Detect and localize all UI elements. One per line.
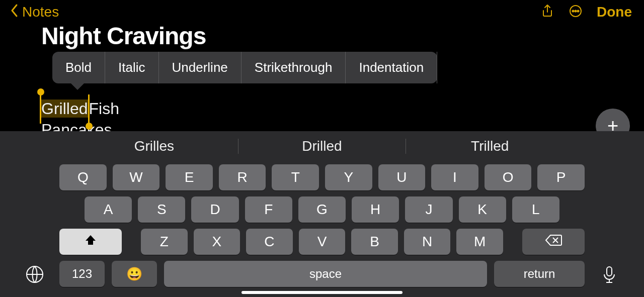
- text-selection[interactable]: Grilled: [41, 98, 89, 120]
- format-bold[interactable]: Bold: [52, 52, 105, 83]
- key-return[interactable]: return: [494, 261, 585, 287]
- key-d[interactable]: D: [191, 196, 238, 223]
- note-line[interactable]: Grilled Fish: [41, 98, 604, 120]
- key-h[interactable]: H: [352, 196, 399, 223]
- key-row: Z X C V B N M: [59, 229, 585, 255]
- key-m[interactable]: M: [456, 229, 503, 255]
- navbar: Notes Done: [0, 0, 644, 24]
- key-w[interactable]: W: [113, 164, 160, 190]
- chevron-left-icon: [10, 4, 19, 21]
- suggestion[interactable]: Grilles: [70, 138, 238, 154]
- backspace-icon: [545, 234, 562, 250]
- format-popover: Bold Italic Underline Strikethrough Inde…: [52, 52, 437, 83]
- back-label: Notes: [22, 4, 59, 20]
- selection-handle-left[interactable]: [40, 94, 41, 124]
- globe-button[interactable]: [22, 263, 47, 288]
- format-strikethrough[interactable]: Strikethrough: [242, 52, 346, 83]
- format-italic[interactable]: Italic: [105, 52, 158, 83]
- shift-icon: [84, 234, 97, 250]
- format-indentation[interactable]: Indentation: [346, 52, 437, 83]
- keyboard: Grilles Drilled Trilled Q W E R T Y U I …: [0, 131, 644, 297]
- key-k[interactable]: K: [459, 196, 506, 223]
- done-button[interactable]: Done: [597, 4, 632, 20]
- note-title[interactable]: Night Cravings: [41, 24, 604, 48]
- selection-handle-right[interactable]: [88, 94, 90, 124]
- key-g[interactable]: G: [298, 196, 346, 223]
- key-f[interactable]: F: [245, 196, 292, 223]
- key-n[interactable]: N: [404, 229, 451, 255]
- suggestion[interactable]: Trilled: [406, 138, 574, 154]
- key-a[interactable]: A: [85, 196, 132, 223]
- key-j[interactable]: J: [405, 196, 452, 223]
- mic-icon: [599, 264, 619, 286]
- key-u[interactable]: U: [378, 164, 426, 190]
- svg-rect-5: [607, 267, 612, 276]
- key-r[interactable]: R: [219, 164, 266, 190]
- key-b[interactable]: B: [351, 229, 398, 255]
- key-z[interactable]: Z: [141, 229, 188, 255]
- suggestion-bar: Grilles Drilled Trilled: [0, 131, 644, 161]
- key-c[interactable]: C: [246, 229, 293, 255]
- key-numbers[interactable]: 123: [59, 261, 105, 287]
- key-shift[interactable]: [59, 229, 122, 255]
- share-icon[interactable]: [540, 4, 554, 20]
- key-row: 123 😀 space return: [59, 261, 585, 287]
- home-indicator[interactable]: [242, 291, 403, 294]
- note-text: Fish: [89, 98, 119, 120]
- svg-point-1: [572, 10, 574, 12]
- key-t[interactable]: T: [272, 164, 319, 190]
- emoji-icon: 😀: [126, 266, 142, 282]
- selected-text: Grilled: [41, 100, 89, 118]
- globe-icon: [25, 264, 45, 286]
- back-button[interactable]: Notes: [10, 4, 59, 21]
- key-y[interactable]: Y: [325, 164, 372, 190]
- format-underline[interactable]: Underline: [159, 52, 242, 83]
- key-v[interactable]: V: [299, 229, 346, 255]
- key-o[interactable]: O: [485, 164, 532, 190]
- more-icon[interactable]: [569, 4, 583, 20]
- key-backspace[interactable]: [522, 229, 585, 255]
- key-space[interactable]: space: [164, 261, 487, 287]
- key-emoji[interactable]: 😀: [112, 261, 157, 287]
- key-i[interactable]: I: [431, 164, 478, 190]
- suggestion[interactable]: Drilled: [238, 138, 406, 154]
- key-l[interactable]: L: [512, 196, 559, 223]
- nav-actions: Done: [540, 4, 632, 20]
- key-row: Q W E R T Y U I O P: [59, 164, 585, 190]
- svg-point-3: [577, 10, 579, 12]
- key-e[interactable]: E: [166, 164, 213, 190]
- key-s[interactable]: S: [138, 196, 185, 223]
- dictation-button[interactable]: [597, 263, 622, 288]
- key-q[interactable]: Q: [59, 164, 107, 190]
- key-p[interactable]: P: [537, 164, 585, 190]
- key-row: A S D F G H J K L: [59, 196, 585, 223]
- key-x[interactable]: X: [194, 229, 240, 255]
- svg-point-2: [575, 10, 576, 12]
